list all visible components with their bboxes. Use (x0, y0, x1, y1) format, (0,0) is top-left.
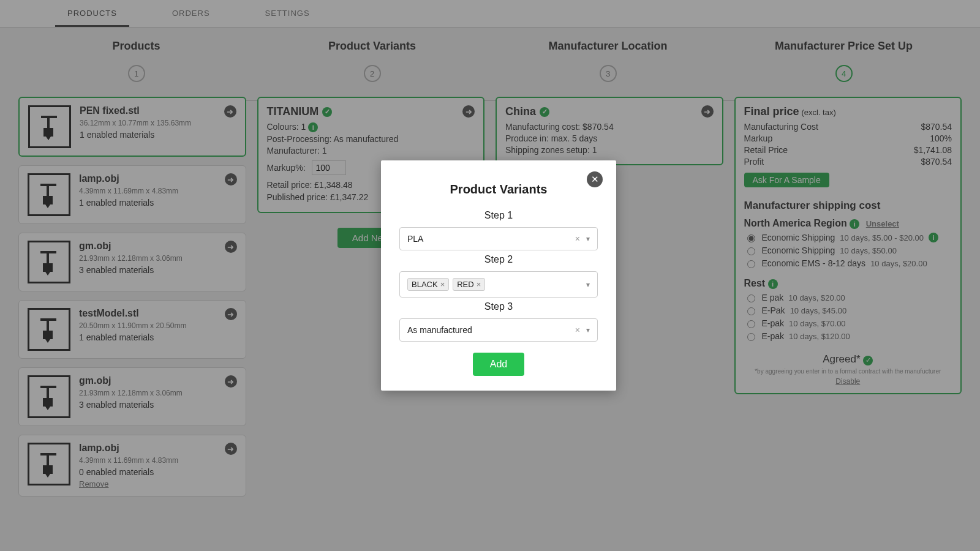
postproc-select[interactable]: As manufactured × ▾ (399, 318, 598, 342)
clear-icon[interactable]: × (575, 325, 580, 335)
remove-chip-icon[interactable]: × (477, 280, 481, 289)
material-select[interactable]: PLA × ▾ (399, 227, 598, 250)
colour-chip[interactable]: BLACK × (407, 278, 449, 291)
chevron-down-icon: ▾ (586, 280, 590, 289)
remove-chip-icon[interactable]: × (440, 280, 445, 289)
modal-title: Product Variants (399, 182, 598, 197)
close-icon[interactable]: ✕ (587, 171, 603, 187)
clear-icon[interactable]: × (575, 234, 580, 244)
chevron-down-icon: ▾ (586, 326, 590, 334)
colour-chip[interactable]: RED × (453, 278, 485, 291)
chevron-down-icon: ▾ (586, 234, 590, 243)
step1-label: Step 1 (399, 210, 598, 221)
product-variants-modal: ✕ Product Variants Step 1 PLA × ▾ Step 2… (381, 160, 616, 391)
postproc-value: As manufactured (407, 325, 472, 335)
modal-add-button[interactable]: Add (473, 353, 524, 376)
step3-label: Step 3 (399, 301, 598, 312)
colour-select[interactable]: BLACK ×RED × ▾ (399, 271, 598, 298)
step2-label: Step 2 (399, 254, 598, 265)
material-value: PLA (407, 234, 423, 244)
